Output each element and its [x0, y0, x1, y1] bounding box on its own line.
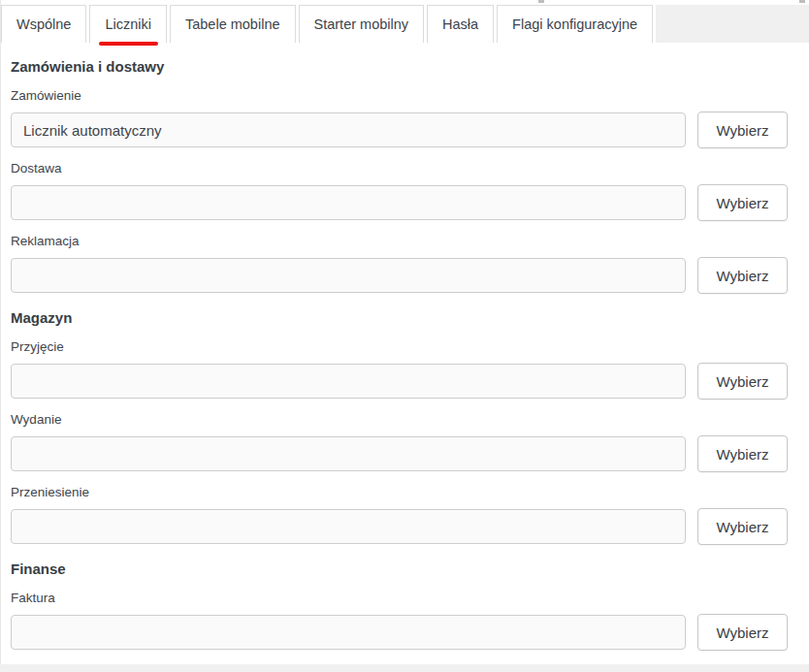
tab-flagi-konfiguracyjne[interactable]: Flagi konfiguracyjne	[497, 5, 653, 43]
field-faktura: Faktura Wybierz	[11, 591, 788, 651]
field-label-wydanie: Wydanie	[11, 412, 788, 428]
cropped-text-fragment	[538, 0, 544, 3]
przyjecie-input[interactable]	[11, 364, 686, 399]
dostawa-wybierz-button[interactable]: Wybierz	[697, 184, 788, 221]
tab-hasla[interactable]: Hasła	[427, 5, 494, 43]
field-label-przyjecie: Przyjęcie	[11, 339, 788, 355]
przyjecie-wybierz-button[interactable]: Wybierz	[697, 363, 788, 400]
tab-label: Wspólne	[16, 16, 71, 32]
field-wydanie: Wydanie Wybierz	[11, 412, 788, 472]
dostawa-input[interactable]	[11, 185, 686, 220]
faktura-wybierz-button[interactable]: Wybierz	[697, 614, 788, 651]
section-title-finanse: Finanse	[11, 560, 788, 578]
settings-page: Wspólne Liczniki Tabele mobilne Starter …	[0, 0, 809, 664]
section-title-zamowienia-i-dostawy: Zamówienia i dostawy	[11, 57, 788, 76]
tab-starter-mobilny[interactable]: Starter mobilny	[299, 5, 425, 43]
field-zamowienie: Zamówienie Wybierz	[11, 88, 788, 148]
field-reklamacja: Reklamacja Wybierz	[11, 234, 788, 294]
tab-label: Hasła	[442, 16, 478, 32]
cropped-text-fragment	[799, 0, 805, 3]
section-title-magazyn: Magazyn	[11, 308, 788, 327]
tab-label: Flagi konfiguracyjne	[512, 16, 637, 32]
field-label-dostawa: Dostawa	[11, 161, 788, 176]
field-przyjecie: Przyjęcie Wybierz	[11, 339, 788, 400]
tab-label: Tabele mobilne	[185, 16, 280, 32]
tab-liczniki[interactable]: Liczniki	[89, 5, 167, 43]
przeniesienie-input[interactable]	[11, 509, 686, 544]
field-dostawa: Dostawa Wybierz	[11, 161, 788, 221]
przeniesienie-wybierz-button[interactable]: Wybierz	[697, 508, 788, 545]
field-label-reklamacja: Reklamacja	[11, 234, 788, 249]
bottom-scroll-area[interactable]	[0, 664, 809, 672]
tab-label: Starter mobilny	[314, 16, 409, 32]
zamowienie-wybierz-button[interactable]: Wybierz	[697, 112, 788, 148]
wydanie-wybierz-button[interactable]: Wybierz	[697, 435, 788, 472]
tab-wspolne[interactable]: Wspólne	[1, 5, 86, 43]
tab-bar-filler	[656, 5, 809, 43]
reklamacja-wybierz-button[interactable]: Wybierz	[697, 257, 788, 294]
faktura-input[interactable]	[11, 615, 686, 650]
form-content: Zamówienia i dostawy Zamówienie Wybierz …	[1, 57, 809, 651]
tab-bar: Wspólne Liczniki Tabele mobilne Starter …	[1, 5, 809, 43]
zamowienie-input[interactable]	[11, 112, 686, 147]
field-label-zamowienie: Zamówienie	[11, 88, 788, 104]
field-label-przeniesienie: Przeniesienie	[11, 485, 788, 500]
tab-tabele-mobilne[interactable]: Tabele mobilne	[170, 5, 296, 43]
wydanie-input[interactable]	[11, 436, 686, 471]
field-przeniesienie: Przeniesienie Wybierz	[11, 485, 788, 545]
tab-label: Liczniki	[105, 16, 151, 32]
reklamacja-input[interactable]	[11, 258, 686, 293]
field-label-faktura: Faktura	[11, 591, 788, 606]
